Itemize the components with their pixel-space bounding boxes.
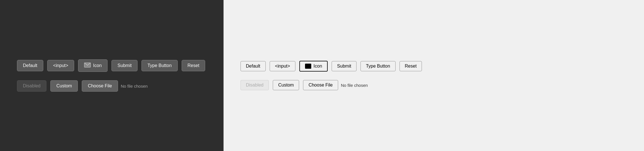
light-disabled-button: Disabled (241, 80, 269, 90)
light-input-button[interactable]: <input> (270, 61, 295, 71)
dark-default-button[interactable]: Default (17, 60, 43, 71)
dark-submit-button[interactable]: Submit (111, 60, 138, 71)
square-icon (305, 64, 311, 69)
light-custom-button[interactable]: Custom (273, 80, 299, 90)
light-choosefile-button[interactable]: Choose File (303, 80, 338, 90)
dark-icon-button[interactable]: Icon (78, 59, 108, 72)
light-submit-button[interactable]: Submit (332, 61, 357, 71)
light-file-input-area: Choose File No file chosen (303, 80, 368, 90)
dark-input-button[interactable]: <input> (47, 60, 74, 71)
light-reset-button[interactable]: Reset (400, 61, 422, 71)
dark-row-1: Default <input> Icon Submit Type Button … (17, 59, 207, 72)
envelope-icon (84, 62, 91, 69)
light-panel: Default <input> Icon Submit Type Button … (224, 0, 644, 151)
dark-typebutton-button[interactable]: Type Button (141, 60, 177, 71)
light-row-1: Default <input> Icon Submit Type Button … (241, 61, 627, 72)
light-typebutton-button[interactable]: Type Button (360, 61, 395, 71)
dark-icon-button-label: Icon (93, 63, 102, 68)
dark-panel: Default <input> Icon Submit Type Button … (0, 0, 224, 151)
dark-no-file-label: No file chosen (121, 84, 148, 89)
light-icon-button-label: Icon (314, 64, 322, 69)
light-default-button[interactable]: Default (241, 61, 266, 71)
dark-reset-button[interactable]: Reset (182, 60, 205, 71)
light-no-file-label: No file chosen (341, 83, 368, 88)
light-icon-button[interactable]: Icon (299, 61, 328, 72)
light-row-2: Disabled Custom Choose File No file chos… (241, 80, 627, 90)
dark-file-input-area: Choose File No file chosen (82, 80, 147, 92)
dark-custom-button[interactable]: Custom (50, 80, 78, 92)
dark-row-2: Disabled Custom Choose File No file chos… (17, 80, 207, 92)
dark-choosefile-button[interactable]: Choose File (82, 80, 118, 92)
dark-disabled-button: Disabled (17, 80, 46, 92)
